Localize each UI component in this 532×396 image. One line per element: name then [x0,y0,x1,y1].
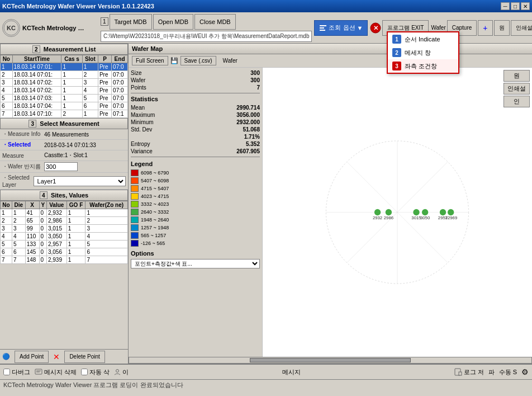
measure-info-value: 46 Measurements [44,131,126,138]
col-slot: Slot [82,55,98,63]
horizontal-scrollbar[interactable] [129,357,532,364]
measurement-row[interactable]: 118.03.14 07:01:11Pre07:0 [1,63,128,71]
site-row[interactable]: 339903,01513 [1,225,128,233]
select-measurement-section: 3 Select Measurement ・Measure Info 46 Me… [0,118,128,190]
variance-row: Variance 2607.905 [131,148,260,154]
menu-item-1[interactable]: 1 순서 Indicate [388,32,458,46]
sites-values-title: Sites, Values [51,192,88,199]
svg-rect-4 [320,30,325,31]
logo-area: KC KCTech Metrology Wafer Viewer Version… [2,19,89,37]
options-select[interactable]: 포인트+측정값+색 표... [131,259,260,268]
wafer-radius-input[interactable] [44,162,78,171]
login-status-label: 이 [122,368,129,376]
sites-col-die: Die [12,201,26,209]
login-icon [114,369,121,375]
minimize-button[interactable]: ─ [501,2,510,10]
print-button[interactable]: 인쇄설 [511,20,533,36]
stats-panel: Size 300 Wafer 300 Points 7 Statistics M… [129,68,263,357]
wafer-point-6[interactable] [448,209,454,215]
section-num-4: 4 [40,191,48,199]
wafer-right-btn-2[interactable]: 인쇄설 [504,83,530,95]
menu-item-2[interactable]: 2 메세지 창 [388,46,458,59]
scrollbar-thumb[interactable] [250,358,411,362]
plus-button[interactable]: + [478,20,492,36]
close-mdb-button[interactable]: Close MDB [194,14,236,30]
measurement-table: No StartTime Cas s Slot P End 118.03.14 … [0,55,128,118]
site-row[interactable]: 7714802,93917 [1,256,128,264]
left-panel: 2 Measurement List No StartTime Cas s Sl… [0,44,129,364]
title-bar: KCTech Metrology Wafer Viewer Version 1.… [0,0,532,12]
variance-label: Variance [131,148,153,154]
wafer-point-5[interactable] [440,209,446,215]
menu-item-3[interactable]: 3 좌측 조건창 [388,59,458,73]
stddev-label: Std. Dev [131,126,152,133]
measurement-row[interactable]: 618.03.14 07:04:16Pre07:0 [1,102,128,110]
site-row[interactable]: 6614503,05616 [1,248,128,256]
debug-checkbox[interactable] [3,369,10,375]
svg-text:KC: KC [7,25,16,31]
site-row[interactable]: 4411003,05014 [1,233,128,241]
stddev-value: 51.068 [243,126,260,133]
menu-num-3: 3 [392,62,401,70]
query-options-button[interactable]: 조회 옵션 ▼ [314,20,368,36]
target-mdb-button[interactable]: Target MDB [110,14,152,30]
maximize-button[interactable]: □ [511,2,520,10]
wafer-radius-label: ・Wafer 반지름 [2,163,44,171]
delete-point-button[interactable]: Delete Point [64,351,104,363]
legend-color-swatch [131,240,139,247]
mean-label: Mean [131,105,145,111]
status-right: 로그 저 파 수동 S ⚙ [454,367,529,376]
measurement-row[interactable]: 518.03.14 07:03:15Pre07:0 [1,95,128,102]
measurement-row[interactable]: 718.03.14 07:10:21Pre07:1 [1,110,128,118]
close-button[interactable]: ✕ [521,2,530,10]
menu-label-2: 메세지 창 [405,49,431,57]
wafer-map-title: Wafer Map [132,45,163,52]
wafer-content: Size 300 Wafer 300 Points 7 Statistics M… [129,68,532,357]
measurement-row[interactable]: 418.03.14 07:02:14Pre07:0 [1,87,128,95]
wafer-right-btn-1[interactable]: 원 [504,70,530,82]
sites-col-x: X [25,201,39,209]
wafer-point-2[interactable] [386,209,392,215]
wafer-display: 2932 2986 3015 3050 2957 32969 원 인쇄설 인 [263,68,532,357]
wafer-point-4[interactable] [422,209,428,215]
points-value: 7 [256,84,260,91]
selected-label: ・Selected [2,141,44,149]
measurement-row[interactable]: 218.03.14 07:01:12Pre07:0 [1,71,128,79]
full-screen-button[interactable]: Full Screen [132,56,168,65]
save-csv-button[interactable]: Save (.csv) [180,56,216,65]
sites-col-value: Value [46,201,66,209]
menu-num-1: 1 [392,35,401,44]
site-row[interactable]: 226502,98612 [1,217,128,225]
msg-icon [35,368,42,376]
legend-item: 3332 ~ 4023 [131,201,260,208]
water-label: 수동 S [499,368,517,376]
measure-value: Casstte:1・Slot:1 [44,152,126,159]
layer-select[interactable]: Layer1 [34,176,126,186]
bottom-point-toolbar: 🔵 Add Point ✕ Delete Point [0,349,128,364]
open-mdb-button[interactable]: Open MDB [153,14,193,30]
point-label-3: 3015 [411,215,421,220]
wafer-point-3[interactable] [413,209,419,215]
program-exit-icon: ✕ [370,22,381,34]
site-row[interactable]: 114102,93211 [1,209,128,217]
auto-delete-label: 자동 삭 [89,368,110,376]
svg-text:✕: ✕ [373,25,378,31]
auto-delete-checkbox[interactable] [81,369,88,375]
minus-button[interactable]: 원 [494,20,510,36]
svg-rect-3 [320,27,324,29]
variance-value: 2607.905 [236,148,260,154]
status-bar: 다버그 메시지 삭제 자동 삭 이 메시지 로그 저 파 [0,364,532,379]
layer-label: ・Selected Layer [2,174,34,188]
legend-color-swatch [131,185,139,192]
settings-icon[interactable]: ⚙ [521,367,529,376]
wafer-right-btn-3[interactable]: 인 [504,96,530,107]
measurement-row[interactable]: 318.03.14 07:02:13Pre07:0 [1,79,128,87]
wafer-point-1[interactable] [374,209,381,215]
site-row[interactable]: 5513302,95715 [1,241,128,248]
wafer-label: Wafer [431,25,445,31]
delete-point-icon[interactable]: ✕ [53,352,60,361]
legend-range-label: 1257 ~ 1948 [141,225,169,230]
col-p: P [98,55,111,63]
status-water: 수동 S [499,368,517,376]
add-point-button[interactable]: Add Point [15,351,49,363]
